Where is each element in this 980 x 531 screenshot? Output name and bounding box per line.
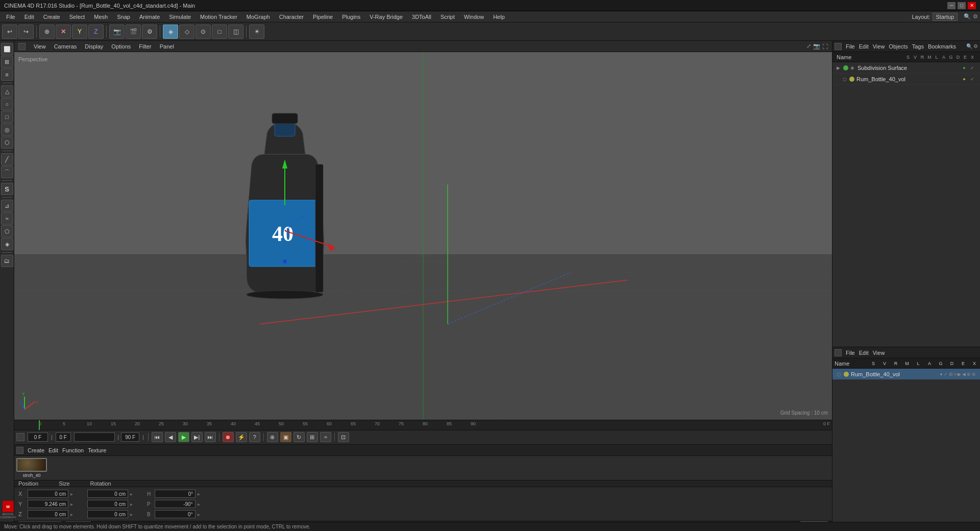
attrs-menu-file[interactable]: File [846, 350, 855, 356]
add-keyframe-button[interactable]: ⊕ [267, 432, 278, 442]
attr-btn-1[interactable]: ● [940, 372, 942, 377]
coord-size-x-arrow[interactable]: ▸ [130, 491, 133, 497]
left-tool-1[interactable]: ⬜ [1, 43, 13, 55]
coord-rot-z[interactable] [155, 510, 195, 518]
coord-rot-y-arrow[interactable]: ▸ [198, 501, 200, 507]
coord-rot-x-arrow[interactable]: ▸ [198, 491, 200, 497]
coord-size-z[interactable] [87, 510, 128, 518]
left-tool-15[interactable]: 🗂 [1, 255, 13, 267]
obj-bottle-btn-2[interactable]: ✓ [969, 76, 976, 83]
left-tool-12[interactable]: ≈ [1, 212, 13, 225]
maximize-button[interactable]: □ [958, 2, 966, 9]
coord-pos-y[interactable] [28, 500, 68, 508]
attrs-toggle[interactable] [835, 349, 842, 356]
attrs-menu-edit[interactable]: Edit [859, 350, 869, 356]
left-tool-7[interactable]: ◎ [1, 124, 13, 136]
motion-button[interactable]: ≈ [320, 432, 331, 442]
timeline-settings-button[interactable]: ⊞ [307, 432, 318, 442]
viewport-menu-cameras[interactable]: Cameras [54, 43, 77, 50]
left-tool-14[interactable]: ◈ [1, 238, 13, 250]
viewport-icon-cam[interactable]: 📷 [813, 43, 820, 50]
objects-item-bottle[interactable]: ◻ Rum_Bottle_40_vol ● ✓ [832, 74, 980, 85]
light-button[interactable]: ☀ [249, 25, 264, 39]
go-to-end-button[interactable]: ⏭ [205, 432, 216, 442]
left-tool-4[interactable]: △ [1, 85, 13, 98]
edge-mode-button[interactable]: ◇ [179, 25, 194, 39]
coord-pos-z-arrow[interactable]: ▸ [70, 512, 73, 517]
viewport-menu-options[interactable]: Options [111, 43, 131, 50]
record-button[interactable]: ⏺ [223, 432, 234, 442]
texture-mode-button[interactable]: ◫ [228, 25, 243, 39]
menu-motion-tracker[interactable]: Motion Tracker [196, 13, 241, 21]
coord-rot-z-arrow[interactable]: ▸ [198, 512, 200, 517]
left-tool-2[interactable]: ⊞ [1, 56, 13, 68]
loop-button[interactable]: ↻ [293, 432, 305, 442]
polygon-mode-button[interactable]: ◈ [163, 25, 178, 39]
menu-3dtoall[interactable]: 3DToAll [408, 13, 435, 21]
objects-menu-view[interactable]: View [873, 43, 885, 50]
menu-mograph[interactable]: MoGraph [242, 13, 274, 21]
menu-create[interactable]: Create [39, 13, 64, 21]
left-tool-10[interactable]: ⌒ [1, 166, 13, 178]
left-tool-6[interactable]: □ [1, 111, 13, 123]
menu-help[interactable]: Help [489, 13, 509, 21]
keyframe-options-button[interactable]: ▣ [280, 432, 291, 442]
point-mode-button[interactable]: ⊙ [195, 25, 211, 39]
left-tool-8[interactable]: ⬡ [1, 136, 13, 149]
coord-size-y-arrow[interactable]: ▸ [130, 501, 133, 507]
attr-btn-3[interactable]: ⊞ [949, 372, 953, 377]
left-tool-13[interactable]: ⬠ [1, 225, 13, 237]
key-button[interactable]: ? [249, 432, 260, 442]
material-toggle[interactable] [16, 447, 23, 454]
attrs-item-bottle[interactable]: ◻ Rum_Bottle_40_vol ● ✓ ⊞ ≡ ▶ ◀ ⊕ ⊗ [832, 369, 980, 380]
layout-value[interactable]: Startup [933, 13, 958, 21]
timeline-expand-button[interactable]: ⊡ [338, 432, 349, 442]
menu-window[interactable]: Window [460, 13, 488, 21]
material-menu-texture[interactable]: Texture [88, 447, 106, 453]
material-menu-function[interactable]: Function [62, 447, 84, 453]
redo-button[interactable]: ↪ [18, 25, 34, 39]
close-button[interactable]: ✕ [968, 2, 976, 9]
new-object-button[interactable]: ⊕ [39, 25, 55, 39]
left-tool-5[interactable]: ○ [1, 98, 13, 110]
play-button[interactable]: ▶ [178, 432, 189, 442]
timeline-toggle[interactable] [16, 433, 24, 441]
go-to-start-button[interactable]: ⏮ [152, 432, 163, 442]
end-frame-input[interactable] [121, 432, 139, 442]
obj-btn-2[interactable]: ✓ [969, 64, 976, 71]
objects-search-icon[interactable]: 🔍 [966, 43, 972, 49]
viewport-menu-panel[interactable]: Panel [160, 43, 174, 50]
timeline-scrubber[interactable] [74, 432, 115, 442]
material-menu-create[interactable]: Create [28, 447, 44, 453]
coord-pos-x-arrow[interactable]: ▸ [70, 491, 73, 497]
viewport-menu-display[interactable]: Display [85, 43, 103, 50]
layout-settings-icon[interactable]: ⚙ [973, 13, 978, 20]
objects-menu-file[interactable]: File [846, 43, 855, 50]
render-active-view-button[interactable]: 🎬 [126, 25, 141, 39]
viewport-menu-toggle[interactable] [18, 43, 26, 50]
fps-input[interactable] [56, 432, 71, 442]
menu-character[interactable]: Character [275, 13, 308, 21]
coord-pos-z[interactable] [28, 510, 68, 518]
menu-simulate[interactable]: Simulate [165, 13, 195, 21]
attr-btn-7[interactable]: ⊕ [967, 372, 971, 377]
menu-script[interactable]: Script [436, 13, 459, 21]
prev-frame-button[interactable]: ◀ [165, 432, 176, 442]
objects-toggle[interactable] [835, 43, 842, 50]
coord-pos-y-arrow[interactable]: ▸ [70, 501, 73, 507]
left-tool-3[interactable]: ≡ [1, 68, 13, 81]
menu-animate[interactable]: Animate [135, 13, 164, 21]
object-mode-button[interactable]: □ [212, 25, 227, 39]
menu-pipeline[interactable]: Pipeline [309, 13, 337, 21]
coord-rot-y[interactable] [155, 500, 195, 508]
coord-size-y[interactable] [87, 500, 128, 508]
render-settings-button[interactable]: ⚙ [142, 25, 157, 39]
current-frame-input[interactable] [28, 432, 48, 442]
next-frame-button[interactable]: ▶| [191, 432, 203, 442]
left-tool-9[interactable]: ╱ [1, 153, 13, 165]
viewport-menu-view[interactable]: View [34, 43, 46, 50]
menu-file[interactable]: File [2, 13, 19, 21]
menu-plugins[interactable]: Plugins [338, 13, 364, 21]
menu-edit[interactable]: Edit [20, 13, 38, 21]
coord-size-x[interactable] [87, 490, 128, 498]
